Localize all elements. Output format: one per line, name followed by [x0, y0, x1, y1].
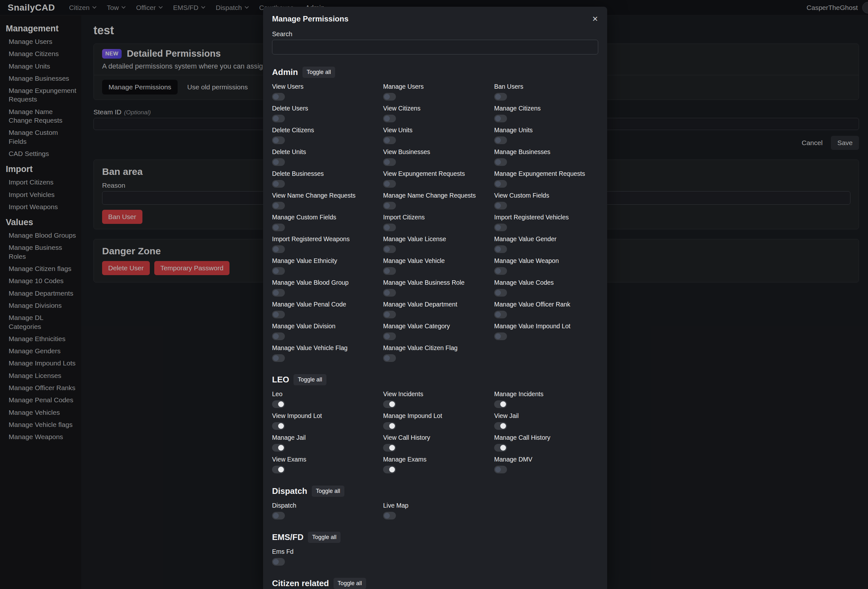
permission-view-exams: View Exams — [272, 456, 376, 474]
permission-label: Manage Incidents — [494, 391, 598, 398]
toggle-manage-impound-lot[interactable] — [383, 422, 396, 430]
permission-manage-value-officer-rank: Manage Value Officer Rank — [494, 301, 598, 318]
permission-label: Manage Value Penal Code — [272, 301, 376, 308]
permission-delete-users: Delete Users — [272, 105, 376, 122]
permission-label: View Exams — [272, 456, 376, 463]
toggle-delete-units[interactable] — [272, 158, 285, 166]
toggle-knob — [495, 246, 501, 252]
permission-manage-value-department: Manage Value Department — [383, 301, 487, 318]
toggle-manage-value-officer-rank[interactable] — [494, 311, 507, 318]
toggle-view-custom-fields[interactable] — [494, 202, 507, 209]
toggle-view-jail[interactable] — [494, 422, 507, 430]
toggle-live-map[interactable] — [383, 512, 396, 519]
toggle-view-incidents[interactable] — [383, 400, 396, 408]
toggle-view-businesses[interactable] — [383, 158, 396, 166]
permission-label: View Custom Fields — [494, 192, 598, 199]
toggle-import-registered-weapons[interactable] — [272, 245, 285, 253]
toggle-manage-call-history[interactable] — [494, 444, 507, 451]
toggle-dispatch[interactable] — [272, 512, 285, 519]
toggle-manage-value-vehicle-flag[interactable] — [272, 354, 285, 362]
toggle-view-exams[interactable] — [272, 466, 285, 474]
toggle-view-units[interactable] — [383, 136, 396, 144]
permission-label: Manage Value Category — [383, 323, 487, 330]
permission-label: Manage Exams — [383, 456, 487, 463]
toggle-knob — [389, 445, 395, 451]
toggle-manage-value-citizen-flag[interactable] — [383, 354, 396, 362]
toggle-all-button-leo[interactable]: Toggle all — [294, 374, 326, 385]
toggle-knob — [384, 181, 390, 187]
toggle-manage-value-codes[interactable] — [494, 289, 507, 297]
permission-label: Manage Value Impound Lot — [494, 323, 598, 330]
toggle-import-citizens[interactable] — [383, 223, 396, 231]
toggle-delete-users[interactable] — [272, 115, 285, 122]
toggle-view-name-change-requests[interactable] — [272, 202, 285, 209]
toggle-manage-users[interactable] — [383, 93, 396, 101]
toggle-manage-jail[interactable] — [272, 444, 285, 451]
toggle-ban-users[interactable] — [494, 93, 507, 101]
toggle-delete-businesses[interactable] — [272, 180, 285, 188]
permission-sections: AdminToggle allView UsersManage UsersBan… — [272, 67, 598, 589]
toggle-manage-citizens[interactable] — [494, 115, 507, 122]
permission-label: View Call History — [383, 434, 487, 441]
toggle-manage-value-division[interactable] — [272, 333, 285, 340]
toggle-all-button-citizen-related[interactable]: Toggle all — [334, 578, 366, 589]
toggle-manage-name-change-requests[interactable] — [383, 202, 396, 209]
toggle-manage-units[interactable] — [494, 136, 507, 144]
toggle-manage-value-category[interactable] — [383, 333, 396, 340]
permission-label: Manage Value Business Role — [383, 279, 487, 286]
permission-view-units: View Units — [383, 127, 487, 144]
toggle-all-button-admin[interactable]: Toggle all — [303, 67, 335, 78]
permission-label: View Name Change Requests — [272, 192, 376, 199]
toggle-manage-value-ethnicity[interactable] — [272, 267, 285, 275]
permission-section-header-ems-fd: EMS/FDToggle all — [272, 532, 598, 543]
toggle-manage-expungement-requests[interactable] — [494, 180, 507, 188]
toggle-knob — [384, 203, 390, 209]
toggle-manage-value-blood-group[interactable] — [272, 289, 285, 297]
toggle-manage-value-business-role[interactable] — [383, 289, 396, 297]
permission-section-header-admin: AdminToggle all — [272, 67, 598, 78]
permission-view-users: View Users — [272, 83, 376, 101]
toggle-manage-value-impound-lot[interactable] — [494, 333, 507, 340]
toggle-manage-value-weapon[interactable] — [494, 267, 507, 275]
toggle-all-button-dispatch[interactable]: Toggle all — [312, 485, 344, 497]
search-input[interactable] — [272, 40, 598, 55]
toggle-knob — [389, 467, 395, 472]
toggle-manage-value-vehicle[interactable] — [383, 267, 396, 275]
permission-label: Manage Value Department — [383, 301, 487, 308]
toggle-view-citizens[interactable] — [383, 115, 396, 122]
toggle-manage-value-license[interactable] — [383, 245, 396, 253]
toggle-manage-value-penal-code[interactable] — [272, 311, 285, 318]
toggle-knob — [495, 268, 501, 274]
toggle-view-impound-lot[interactable] — [272, 422, 285, 430]
toggle-all-button-ems-fd[interactable]: Toggle all — [308, 532, 341, 543]
toggle-manage-exams[interactable] — [383, 466, 396, 474]
toggle-view-call-history[interactable] — [383, 444, 396, 451]
toggle-leo[interactable] — [272, 400, 285, 408]
toggle-manage-dmv[interactable] — [494, 466, 507, 474]
toggle-knob — [495, 203, 501, 209]
toggle-manage-businesses[interactable] — [494, 158, 507, 166]
toggle-view-expungement-requests[interactable] — [383, 180, 396, 188]
close-icon[interactable]: ✕ — [592, 15, 598, 23]
section-title: Dispatch — [272, 486, 307, 496]
toggle-manage-value-gender[interactable] — [494, 245, 507, 253]
toggle-delete-citizens[interactable] — [272, 136, 285, 144]
permission-label: Manage Custom Fields — [272, 214, 376, 221]
toggle-manage-incidents[interactable] — [494, 400, 507, 408]
toggle-knob — [384, 159, 390, 165]
permission-manage-value-impound-lot: Manage Value Impound Lot — [494, 323, 598, 340]
modal-title: Manage Permissions — [272, 15, 348, 24]
permission-label: Manage Value Vehicle Flag — [272, 344, 376, 352]
toggle-manage-custom-fields[interactable] — [272, 223, 285, 231]
permission-label: Manage Users — [383, 83, 487, 90]
toggle-manage-value-department[interactable] — [383, 311, 396, 318]
toggle-ems-fd[interactable] — [272, 558, 285, 565]
permission-label: Manage Value Ethnicity — [272, 257, 376, 265]
permission-manage-value-category: Manage Value Category — [383, 323, 487, 340]
toggle-knob — [384, 225, 390, 230]
permission-grid-dispatch: DispatchLive Map — [272, 502, 598, 519]
toggle-view-users[interactable] — [272, 93, 285, 101]
toggle-knob — [495, 225, 501, 230]
toggle-import-registered-vehicles[interactable] — [494, 223, 507, 231]
search-label: Search — [272, 30, 598, 38]
